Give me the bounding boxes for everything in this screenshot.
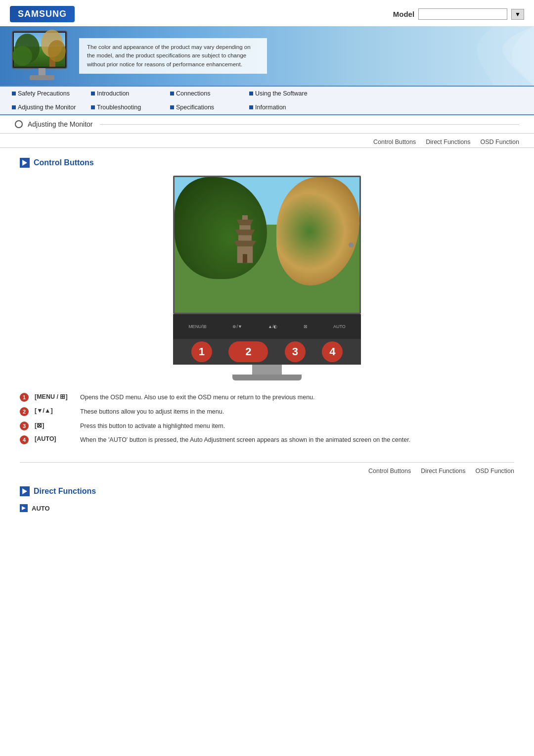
svg-rect-9	[242, 215, 248, 220]
nav-bullet-introduction	[91, 92, 95, 95]
control-buttons-title: Control Buttons	[34, 158, 94, 167]
btn-desc-row-2: 2 [▼/▲] These buttons allow you to adjus…	[20, 405, 514, 419]
nav-bullet-safety	[12, 92, 16, 95]
screen-power-dot	[349, 242, 354, 247]
btn-num-4-circle: 4	[20, 435, 29, 444]
btn-desc-4: When the 'AUTO' button is pressed, the A…	[80, 435, 410, 445]
play-icon-direct	[22, 488, 27, 494]
nav-item-troubleshooting[interactable]: Troubleshooting	[84, 102, 163, 112]
monitor-stand-neck	[252, 365, 282, 375]
num-btn-1: 1	[191, 341, 212, 362]
nav-item-introduction[interactable]: Introduction	[84, 89, 163, 98]
btn-label-enter: ⊠	[304, 324, 308, 329]
hero-monitor-illustration	[10, 29, 74, 83]
breadcrumb-bar: Adjusting the Monitor	[0, 115, 534, 134]
btn-desc-row-1: 1 [MENU / ⊞] Opens the OSD menu. Also us…	[20, 390, 514, 405]
button-labels: MENU/⊞ ⊕/▼ ▲/◐ ⊠ AUTO	[183, 324, 351, 329]
svg-point-6	[48, 40, 66, 62]
nav-bullet-connections	[170, 92, 174, 95]
btn-num-2-circle: 2	[20, 407, 29, 416]
direct-fn-auto-item: AUTO	[20, 504, 514, 512]
tab-control-buttons-bottom[interactable]: Control Buttons	[368, 468, 411, 474]
monitor-image-container: MENU/⊞ ⊕/▼ ▲/◐ ⊠ AUTO 1 2 3 4	[20, 176, 514, 380]
nav-item-software[interactable]: Using the Software	[242, 89, 321, 98]
section-icon-direct	[20, 486, 30, 496]
btn-desc-row-3: 3 [⊠] Press this button to activate a hi…	[20, 419, 514, 433]
tab-direct-functions-top[interactable]: Direct Functions	[426, 139, 470, 145]
button-descriptions: 1 [MENU / ⊞] Opens the OSD menu. Also us…	[20, 390, 514, 447]
btn-key-1: [MENU / ⊞]	[35, 393, 74, 400]
nav-item-connections[interactable]: Connections	[163, 89, 242, 98]
nav-label-specifications: Specifications	[176, 104, 214, 111]
btn-label-auto: AUTO	[333, 324, 346, 329]
model-area: Model ▼	[393, 8, 524, 20]
svg-marker-12	[235, 230, 255, 235]
tab-direct-functions-bottom[interactable]: Direct Functions	[421, 468, 465, 474]
nav-item-adjusting[interactable]: Adjusting the Monitor	[5, 102, 84, 112]
nav-bullet-information	[249, 105, 253, 109]
tab-control-buttons-top[interactable]: Control Buttons	[373, 139, 416, 145]
model-input[interactable]	[418, 8, 507, 20]
btn-desc-row-4: 4 [AUTO] When the 'AUTO' button is press…	[20, 433, 514, 447]
btn-key-4: [AUTO]	[35, 435, 74, 442]
svg-rect-16	[243, 254, 247, 263]
hero-decorative-curves	[396, 26, 534, 86]
direct-fn-auto-icon	[20, 504, 28, 512]
monitor-stand-base	[232, 375, 302, 380]
btn-num-1-circle: 1	[20, 393, 29, 402]
nav-label-software: Using the Software	[255, 90, 308, 97]
nav-item-information[interactable]: Information	[242, 102, 321, 112]
play-icon-auto	[22, 506, 26, 510]
nav-bullet-specifications	[170, 105, 174, 109]
btn-key-2: [▼/▲]	[35, 407, 74, 414]
monitor-screen	[173, 176, 361, 314]
nav-bullet-software	[249, 92, 253, 95]
direct-functions-header: Direct Functions	[20, 486, 514, 496]
nav-label-information: Information	[255, 104, 286, 111]
nav-row-2: Adjusting the Monitor Troubleshooting Sp…	[0, 100, 534, 114]
num-btn-4: 4	[322, 341, 343, 362]
btn-desc-3: Press this button to activate a highligh…	[80, 422, 225, 431]
svg-rect-7	[39, 68, 45, 75]
header: SAMSUNG Model ▼	[0, 0, 534, 26]
pagoda	[234, 211, 256, 286]
num-btn-3: 3	[285, 341, 306, 362]
svg-rect-13	[238, 235, 252, 240]
tab-links-bottom: Control Buttons Direct Functions OSD Fun…	[20, 462, 514, 476]
samsung-logo: SAMSUNG	[10, 6, 75, 22]
btn-desc-1: Opens the OSD menu. Also use to exit the…	[80, 393, 315, 402]
number-buttons-row: 1 2 3 4	[173, 339, 361, 365]
tab-osd-function-bottom[interactable]: OSD Function	[475, 468, 514, 474]
svg-point-3	[12, 46, 32, 66]
model-label: Model	[393, 10, 414, 18]
nav-item-safety[interactable]: Safety Precautions	[5, 89, 84, 98]
section-icon-control	[20, 158, 30, 168]
btn-key-3: [⊠]	[35, 422, 74, 429]
direct-functions-title: Direct Functions	[34, 487, 96, 496]
btn-desc-2: These buttons allow you to adjust items …	[80, 407, 224, 417]
nav-label-connections: Connections	[176, 90, 211, 97]
hero-banner: The color and appearance of the product …	[0, 26, 534, 86]
nav-row-1: Safety Precautions Introduction Connecti…	[0, 87, 534, 100]
nav-item-specifications[interactable]: Specifications	[163, 102, 242, 112]
content-area: Control Buttons	[0, 153, 534, 522]
nav-bullet-adjusting	[12, 105, 16, 109]
tab-links-top: Control Buttons Direct Functions OSD Fun…	[0, 134, 534, 148]
btn-label-menu: MENU/⊞	[188, 324, 207, 329]
control-buttons-header: Control Buttons	[20, 158, 514, 168]
tab-osd-function-top[interactable]: OSD Function	[480, 139, 519, 145]
nav-label-introduction: Introduction	[97, 90, 129, 97]
nav-label-troubleshooting: Troubleshooting	[97, 104, 141, 111]
nav-bar: Safety Precautions Introduction Connecti…	[0, 86, 534, 115]
hero-description-text: The color and appearance of the product …	[87, 44, 251, 67]
btn-num-3-circle: 3	[20, 422, 29, 430]
btn-label-up: ▲/◐	[268, 324, 277, 329]
breadcrumb-label: Adjusting the Monitor	[28, 120, 93, 128]
model-dropdown-btn[interactable]: ▼	[511, 9, 524, 20]
hero-text-box: The color and appearance of the product …	[79, 38, 267, 74]
monitor-button-bar: MENU/⊞ ⊕/▼ ▲/◐ ⊠ AUTO	[173, 314, 361, 339]
breadcrumb-icon	[15, 120, 23, 128]
svg-marker-10	[236, 220, 253, 225]
num-btn-2: 2	[228, 341, 268, 362]
nav-bullet-troubleshooting	[91, 105, 95, 109]
